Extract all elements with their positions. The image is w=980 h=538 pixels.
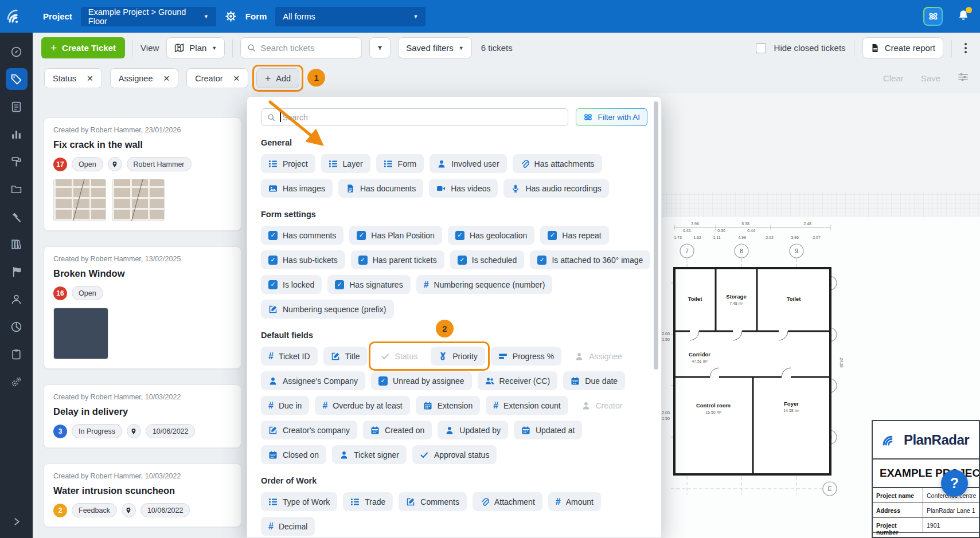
field-chip-has-geolocation[interactable]: ✓Has geolocation <box>448 226 534 245</box>
field-chip-is-scheduled[interactable]: ✓Is scheduled <box>450 250 525 269</box>
field-chip-ticket-signer[interactable]: Ticket signer <box>332 445 407 464</box>
field-chip-approval-status[interactable]: Approval status <box>412 445 497 464</box>
filter-settings-sliders-icon[interactable] <box>958 72 969 85</box>
ticket-photo[interactable] <box>53 179 106 221</box>
field-chip-has-audio-recordings[interactable]: Has audio recordings <box>503 179 608 198</box>
filter-with-ai-button[interactable]: Filter with AI <box>576 108 647 126</box>
sidebar-item-library-icon[interactable] <box>6 233 28 255</box>
field-chip-has-signatures[interactable]: ✓Has signatures <box>327 275 410 294</box>
search-tickets-input[interactable]: Search tickets <box>240 37 362 58</box>
field-chip-layer[interactable]: Layer <box>321 154 370 173</box>
field-chip-priority[interactable]: Priority <box>431 347 485 366</box>
popup-scrollbar[interactable] <box>654 101 658 370</box>
field-chip-is-attached-to-360-image[interactable]: ✓Is attached to 360° image <box>530 250 650 269</box>
ticket-card-broken-window[interactable]: Created by Robert Hammer, 13/02/2025Brok… <box>44 246 241 369</box>
field-chip-has-documents[interactable]: Has documents <box>338 179 423 198</box>
field-chip-extension[interactable]: Extension <box>416 396 480 415</box>
field-chip-comments[interactable]: Comments <box>399 492 467 511</box>
field-chip-due-date[interactable]: Due date <box>563 371 625 390</box>
field-chip-unread-by-assignee[interactable]: ✓Unread by assignee <box>371 371 472 390</box>
sidebar-expand-chevron-icon[interactable] <box>6 510 28 532</box>
svg-text:8: 8 <box>740 248 743 254</box>
field-chip-due-in[interactable]: #Due in <box>261 396 309 415</box>
sidebar-item-analytics-pie-icon[interactable] <box>6 316 28 337</box>
add-filter-button[interactable]: + Add <box>256 68 299 88</box>
sidebar-item-flags-icon[interactable] <box>6 261 28 282</box>
sidebar-item-documents-clipboard-icon[interactable] <box>6 343 28 365</box>
field-chip-assignee-s-company[interactable]: Assignee's Company <box>261 371 365 390</box>
sidebar-item-tickets-tag-icon[interactable] <box>6 68 28 90</box>
field-chip-project[interactable]: Project <box>261 154 315 173</box>
field-chip-updated-at[interactable]: Updated at <box>514 421 583 439</box>
sidebar-item-paint-roller-icon[interactable] <box>6 151 28 172</box>
remove-filter-icon[interactable]: ✕ <box>87 74 93 83</box>
plan-pin-icon[interactable] <box>127 424 141 438</box>
field-chip-receiver-cc[interactable]: Receiver (CC) <box>478 371 558 390</box>
field-chip-ticket-id[interactable]: #Ticket ID <box>261 347 318 366</box>
field-chip-trade[interactable]: Trade <box>343 492 393 511</box>
field-chip-title[interactable]: Title <box>323 347 368 366</box>
ticket-card-water-intrusion-scuncheon[interactable]: Created by Robert Hammer, 10/03/2022Wate… <box>44 464 241 527</box>
hide-closed-checkbox[interactable] <box>756 43 766 53</box>
form-selector[interactable]: All forms ▼ <box>275 7 425 26</box>
notifications-bell-icon[interactable] <box>957 9 970 24</box>
project-settings-gear-icon[interactable] <box>225 10 237 22</box>
field-chip-created-on[interactable]: Created on <box>363 421 432 439</box>
sidebar-item-settings-gears-icon[interactable] <box>6 371 28 392</box>
field-chip-attachment[interactable]: Attachment <box>473 492 542 511</box>
popup-search-input[interactable]: Search <box>261 108 568 126</box>
field-chip-overdue-by-at-least[interactable]: #Overdue by at least <box>315 396 409 415</box>
field-chip-closed-on[interactable]: Closed on <box>261 445 326 464</box>
field-chip-has-attachments[interactable]: Has attachments <box>513 154 602 173</box>
more-options-kebab-icon[interactable] <box>960 40 971 57</box>
plan-pin-icon[interactable] <box>108 157 122 171</box>
sidebar-item-forms-checklist-icon[interactable] <box>6 96 28 117</box>
sidebar-item-dashboard-icon[interactable] <box>6 41 28 62</box>
field-chip-progress[interactable]: Progress % <box>491 347 561 366</box>
ai-assistant-button[interactable] <box>923 7 943 26</box>
ticket-card-fix-crack-in-the-wall[interactable]: Created by Robert Hammer, 23/01/2026Fix … <box>44 117 241 231</box>
field-chip-updated-by[interactable]: Updated by <box>438 421 508 439</box>
filter-funnel-button[interactable] <box>369 37 391 58</box>
field-chip-has-videos[interactable]: Has videos <box>429 179 498 198</box>
sidebar-item-contacts-icon[interactable] <box>6 288 28 310</box>
remove-filter-icon[interactable]: ✕ <box>233 74 240 83</box>
sidebar-item-statistics-icon[interactable] <box>6 123 28 145</box>
project-selector[interactable]: Example Project > Ground Floor ▼ <box>81 7 216 26</box>
field-chip-has-comments[interactable]: ✓Has comments <box>261 226 343 245</box>
field-chip-has-images[interactable]: Has images <box>261 179 333 198</box>
sidebar-item-tools-hammer-icon[interactable] <box>6 206 28 227</box>
filter-chip-assignee[interactable]: Assignee ✕ <box>110 68 178 88</box>
field-chip-numbering-sequence-prefix[interactable]: Numbering sequence (prefix) <box>261 300 394 319</box>
create-report-button[interactable]: Create report <box>862 37 943 58</box>
field-chip-decimal[interactable]: #Decimal <box>261 517 315 536</box>
remove-filter-icon[interactable]: ✕ <box>163 74 170 83</box>
field-chip-type-of-work[interactable]: Type of Work <box>261 492 337 511</box>
save-filters-button[interactable]: Save <box>921 73 940 83</box>
field-chip-form[interactable]: Form <box>376 154 424 173</box>
field-chip-creator-s-company[interactable]: Creator's company <box>261 421 357 439</box>
field-chip-extension-count[interactable]: #Extension count <box>486 396 568 415</box>
field-chip-involved-user[interactable]: Involved user <box>430 154 506 173</box>
ticket-card-delay-in-delivery[interactable]: Created by Robert Hammer, 10/03/2022Dela… <box>44 384 241 448</box>
view-mode-selector[interactable]: Plan ▼ <box>166 37 225 58</box>
clear-filters-button[interactable]: Clear <box>883 73 904 83</box>
field-chip-has-parent-tickets[interactable]: ✓Has parent tickets <box>351 250 444 269</box>
field-chip-has-repeat[interactable]: ✓Has repeat <box>540 226 608 245</box>
ticket-photo[interactable] <box>53 308 108 359</box>
create-ticket-button[interactable]: + Create Ticket <box>41 37 125 58</box>
field-chip-has-plan-position[interactable]: ✓Has Plan Position <box>349 226 442 245</box>
field-chip-amount[interactable]: #Amount <box>548 492 601 511</box>
field-chip-numbering-sequence-number[interactable]: #Numbering sequence (number) <box>416 275 553 294</box>
saved-filters-selector[interactable]: Saved filters ▼ <box>398 37 471 58</box>
tickets-toolbar: + Create Ticket View Plan ▼ Search ticke… <box>33 33 980 63</box>
field-chip-is-locked[interactable]: ✓Is locked <box>261 275 322 294</box>
help-button[interactable]: ? <box>941 470 968 497</box>
field-chip-has-sub-tickets[interactable]: ✓Has sub-tickets <box>261 250 345 269</box>
plan-pin-icon[interactable] <box>122 503 136 517</box>
filter-chip-status[interactable]: Status ✕ <box>44 68 102 88</box>
filter-chip-creator[interactable]: Creator ✕ <box>186 68 248 88</box>
planradar-logo[interactable] <box>0 0 33 33</box>
sidebar-item-plans-folder-icon[interactable] <box>6 178 28 200</box>
ticket-photo[interactable] <box>112 179 165 221</box>
